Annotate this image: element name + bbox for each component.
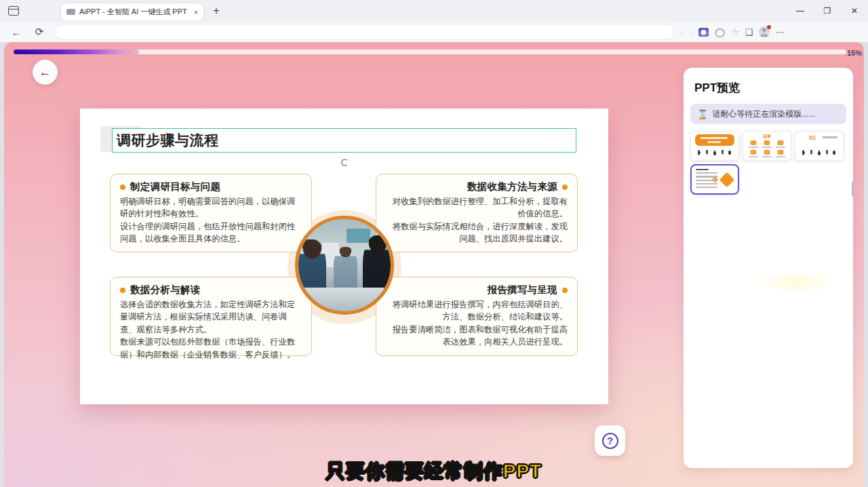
- collections-icon[interactable]: ❏: [745, 27, 753, 37]
- box-paragraph: 数据来源可以包括外部数据（市场报告、行业数据）和内部数据（企业销售数据、客户反馈…: [120, 336, 302, 361]
- box-title: 数据收集方法与来源: [467, 180, 557, 193]
- thumb-chapter-text: [823, 136, 837, 138]
- thumb-toc-label: 目录: [763, 134, 771, 140]
- ppt-preview-panel: PPT预览 ⌛ 请耐心等待正在渲染模版...... 目录 01: [684, 68, 853, 468]
- bullet-icon: [120, 184, 125, 190]
- tab-title: AiPPT - 全智能 AI 一键生成 PPT: [79, 7, 187, 17]
- video-subtitle: 只要你需要经常制作PPT: [4, 459, 864, 484]
- browser-tab-bar: AiPPT - 全智能 AI 一键生成 PPT × + — ❐ ✕: [0, 0, 868, 22]
- browser-toolbar: ← ⟳ ▫ ▫ ◯ ☆ ❏ ⋯: [0, 22, 868, 42]
- thumbnail-chapter-slide[interactable]: 01: [795, 131, 844, 161]
- extension-icon[interactable]: ▫: [690, 27, 693, 37]
- maximize-button[interactable]: ❐: [814, 0, 841, 22]
- thumbnail-toc-slide[interactable]: 目录: [743, 131, 791, 161]
- bullet-icon: [120, 288, 125, 293]
- box-title: 报告撰写与呈现: [487, 284, 557, 296]
- window-controls: — ❐ ✕: [787, 0, 868, 22]
- minimize-button[interactable]: —: [787, 0, 814, 22]
- profile-avatar[interactable]: [759, 26, 770, 37]
- watermark: [751, 270, 843, 294]
- thumb-title-blob: [695, 134, 734, 146]
- rendering-status-text: 请耐心等待正在渲染模版......: [712, 109, 815, 120]
- tab-close-icon[interactable]: ×: [194, 8, 198, 16]
- favorites-icon[interactable]: ☆: [731, 27, 739, 37]
- thumb-people-illustration: [695, 148, 734, 157]
- more-menu-icon[interactable]: ⋯: [776, 27, 785, 37]
- extension-icon[interactable]: [698, 28, 709, 37]
- back-icon[interactable]: ←: [9, 26, 23, 38]
- thumb-toc-grid: [749, 140, 785, 157]
- panel-scrollbar[interactable]: [852, 182, 854, 197]
- box-title: 制定调研目标与问题: [130, 180, 220, 193]
- slide-title-textbox[interactable]: 调研步骤与流程: [112, 128, 576, 153]
- aippt-favicon: [66, 9, 75, 15]
- aippt-page: 15% ← 调研步骤与流程 制定调研目标与问题 明确调研目标，明确需要回答的问题…: [4, 42, 864, 487]
- progress-percent: 15%: [847, 49, 862, 57]
- box-paragraph: 将数据与实际情况相结合，进行深度解读，发现问题、找出原因并提出建议。: [386, 220, 568, 246]
- preview-panel-title: PPT预览: [684, 68, 853, 96]
- extension-icon[interactable]: ▫: [680, 27, 684, 37]
- slide-box-analysis[interactable]: 数据分析与解读 选择合适的数据收集方法，如定性调研方法和定量调研方法，根据实际情…: [110, 277, 312, 356]
- tab-workspaces-icon[interactable]: [8, 6, 19, 16]
- extensions-area: ▫ ▫ ◯ ☆ ❏ ⋯: [680, 26, 785, 37]
- slide-box-collection[interactable]: 数据收集方法与来源 对收集到的数据进行整理、加工和分析，提取有价值的信息。 将数…: [376, 174, 578, 252]
- loading-spinner-icon: [341, 159, 349, 166]
- slide-box-report[interactable]: 报告撰写与呈现 将调研结果进行报告撰写，内容包括调研目的、方法、数据分析、结论和…: [376, 277, 578, 356]
- address-bar[interactable]: [54, 24, 675, 40]
- slide-canvas[interactable]: 调研步骤与流程 制定调研目标与问题 明确调研目标，明确需要回答的问题，以确保调研…: [80, 109, 608, 404]
- box-paragraph: 对收集到的数据进行整理、加工和分析，提取有价值的信息。: [386, 195, 568, 220]
- page-back-button[interactable]: ←: [33, 60, 58, 85]
- notification-dot: [767, 25, 771, 29]
- thumb-diamond: [719, 172, 735, 187]
- close-button[interactable]: ✕: [841, 0, 868, 22]
- thumbnail-cover-slide[interactable]: [690, 131, 739, 161]
- hourglass-icon: ⌛: [697, 109, 708, 119]
- photo-person: [334, 247, 357, 288]
- refresh-icon[interactable]: ⟳: [33, 26, 46, 38]
- bullet-icon: [562, 288, 568, 293]
- thumb-people-illustration: [800, 148, 839, 157]
- slide-title: 调研步骤与流程: [113, 131, 219, 150]
- box-paragraph: 设计合理的调研问题，包括开放性问题和封闭性问题，以收集全面且具体的信息。: [120, 220, 302, 246]
- thumbnail-current-slide[interactable]: [690, 164, 739, 195]
- thumb-chapter-number: 01: [809, 134, 816, 141]
- bullet-icon: [562, 184, 568, 190]
- photo-window: [347, 229, 370, 244]
- new-tab-button[interactable]: +: [213, 5, 219, 17]
- question-mark-icon: ?: [602, 433, 618, 449]
- progress-fill: [14, 50, 139, 54]
- box-paragraph: 选择合适的数据收集方法，如定性调研方法和定量调研方法，根据实际情况采用访谈、问卷…: [120, 298, 302, 336]
- slide-box-goals[interactable]: 制定调研目标与问题 明确调研目标，明确需要回答的问题，以确保调研的针对性和有效性…: [110, 174, 312, 252]
- help-button[interactable]: ?: [595, 425, 625, 456]
- box-paragraph: 报告要清晰简洁，图表和数据可视化有助于提高表达效果，向相关人员进行呈现。: [386, 324, 568, 349]
- box-paragraph: 将调研结果进行报告撰写，内容包括调研目的、方法、数据分析、结论和建议等。: [386, 298, 568, 324]
- browser-tab-active[interactable]: AiPPT - 全智能 AI 一键生成 PPT ×: [61, 3, 203, 21]
- rendering-status-banner: ⌛ 请耐心等待正在渲染模版......: [690, 104, 846, 124]
- extension-icon[interactable]: ◯: [715, 27, 725, 37]
- box-title: 数据分析与解读: [130, 284, 201, 296]
- box-paragraph: 明确调研目标，明确需要回答的问题，以确保调研的针对性和有效性。: [120, 195, 302, 220]
- generation-progress-bar: [14, 50, 846, 54]
- thumbnail-list: 目录 01: [684, 124, 853, 195]
- meeting-photo: [295, 216, 394, 315]
